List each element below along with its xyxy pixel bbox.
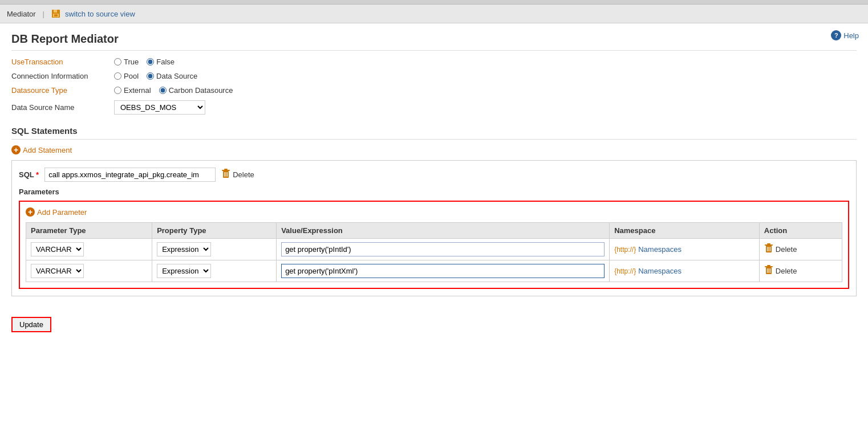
param-type-select-1[interactable]: VARCHARINTEGERBOOLEAN (31, 264, 84, 278)
use-transaction-false-label: False (156, 58, 175, 66)
value-expression-input-1[interactable] (281, 264, 605, 278)
param-delete-link-0[interactable]: Delete (764, 243, 837, 255)
use-transaction-row: UseTransaction True False (11, 58, 857, 66)
add-statement-label: Add Statement (23, 146, 72, 154)
mediator-label: Mediator (7, 10, 36, 18)
update-button[interactable]: Update (11, 317, 51, 332)
svg-rect-6 (224, 169, 228, 170)
param-trash-icon-0 (764, 243, 773, 255)
sql-delete-link[interactable]: Delete (221, 169, 254, 181)
use-transaction-options: True False (114, 58, 175, 66)
connection-info-row: Connection Information Pool Data Source (11, 72, 857, 80)
use-transaction-true-label: True (124, 58, 139, 66)
connection-pool-label: Pool (124, 72, 139, 80)
svg-rect-12 (767, 243, 770, 244)
required-star: * (36, 170, 39, 179)
table-row: VARCHARINTEGERBOOLEANExpressionValueProp… (26, 239, 842, 260)
add-parameter-label: Add Parameter (37, 208, 87, 217)
help-icon: ? (831, 30, 841, 40)
use-transaction-label: UseTransaction (11, 58, 114, 66)
value-expression-input-0[interactable] (281, 242, 605, 256)
col-namespace: Namespace (610, 223, 760, 239)
datasource-external-option[interactable]: External (114, 86, 151, 95)
datasource-external-label: External (124, 86, 151, 95)
sql-statements-title: SQL Statements (11, 126, 857, 140)
update-button-container: Update (11, 308, 857, 332)
sql-input[interactable] (44, 168, 216, 182)
namespace-link-1[interactable]: {http://} Namespaces (614, 267, 755, 275)
connection-info-label: Connection Information (11, 72, 114, 80)
datasource-type-label: Datasource Type (11, 86, 114, 95)
svg-rect-18 (767, 265, 770, 266)
connection-pool-radio[interactable] (114, 72, 121, 80)
switch-to-source-view-link[interactable]: switch to source view (65, 10, 135, 18)
connection-info-options: Pool Data Source (114, 72, 197, 80)
table-row: VARCHARINTEGERBOOLEANExpressionValueProp… (26, 260, 842, 282)
property-type-select-0[interactable]: ExpressionValueProperty (157, 242, 211, 256)
add-statement-link[interactable]: + Add Statement (11, 145, 857, 154)
param-trash-icon-1 (764, 265, 773, 277)
use-transaction-false-radio[interactable] (147, 58, 154, 66)
sql-label: SQL * (19, 170, 39, 179)
save-icon (51, 9, 60, 18)
col-property-type: Property Type (152, 223, 277, 239)
svg-rect-17 (765, 266, 773, 267)
connection-pool-option[interactable]: Pool (114, 72, 139, 80)
use-transaction-true-option[interactable]: True (114, 58, 139, 66)
separator: | (43, 10, 44, 18)
add-parameter-plus-icon: + (26, 207, 35, 217)
sql-block: SQL * Delete (11, 160, 857, 296)
svg-rect-3 (54, 14, 58, 17)
param-delete-label-1: Delete (776, 267, 797, 275)
datasource-external-radio[interactable] (114, 87, 121, 94)
svg-rect-5 (222, 170, 230, 171)
svg-rect-11 (765, 244, 773, 246)
add-statement-plus-icon: + (11, 145, 21, 154)
datasource-name-label: Data Source Name (11, 103, 114, 112)
connection-datasource-label: Data Source (156, 72, 197, 80)
col-action: Action (759, 223, 842, 239)
col-parameter-type: Parameter Type (26, 223, 152, 239)
param-type-select-0[interactable]: VARCHARINTEGERBOOLEAN (31, 242, 84, 256)
add-parameter-link[interactable]: + Add Parameter (26, 207, 842, 217)
page-title: DB Report Mediator (11, 32, 857, 51)
namespace-link-0[interactable]: {http://} Namespaces (614, 245, 755, 254)
use-transaction-true-radio[interactable] (114, 58, 121, 66)
datasource-carbon-option[interactable]: Carbon Datasource (159, 86, 233, 95)
form-section: UseTransaction True False Connection Inf… (11, 58, 857, 115)
sql-input-row: SQL * Delete (19, 168, 849, 182)
connection-datasource-option[interactable]: Data Source (147, 72, 197, 80)
datasource-carbon-radio[interactable] (159, 87, 167, 94)
svg-rect-1 (54, 10, 57, 13)
datasource-carbon-label: Carbon Datasource (169, 86, 233, 95)
datasource-name-select[interactable]: OEBS_DS_MOS (114, 100, 205, 115)
use-transaction-false-option[interactable]: False (147, 58, 175, 66)
datasource-type-options: External Carbon Datasource (114, 86, 233, 95)
connection-datasource-radio[interactable] (147, 72, 154, 80)
namespace-icon-1: {http://} (614, 267, 636, 275)
parameters-container: + Add Parameter Parameter Type Property … (19, 201, 849, 289)
sql-delete-label: Delete (233, 170, 254, 179)
param-delete-label-0: Delete (776, 245, 797, 254)
parameters-title: Parameters (19, 187, 849, 196)
sql-statements-section: SQL Statements + Add Statement SQL * (11, 126, 857, 296)
trash-icon (221, 169, 230, 181)
datasource-type-row: Datasource Type External Carbon Datasour… (11, 86, 857, 95)
property-type-select-1[interactable]: ExpressionValueProperty (157, 264, 211, 278)
help-button[interactable]: ? Help (831, 30, 859, 40)
parameters-table: Parameter Type Property Type Value/Expre… (26, 222, 842, 282)
param-delete-link-1[interactable]: Delete (764, 265, 837, 277)
datasource-name-row: Data Source Name OEBS_DS_MOS (11, 100, 857, 115)
col-value-expression: Value/Expression (277, 223, 610, 239)
params-header-row: Parameter Type Property Type Value/Expre… (26, 223, 842, 239)
help-label: Help (843, 31, 859, 40)
namespace-icon-0: {http://} (614, 246, 636, 254)
